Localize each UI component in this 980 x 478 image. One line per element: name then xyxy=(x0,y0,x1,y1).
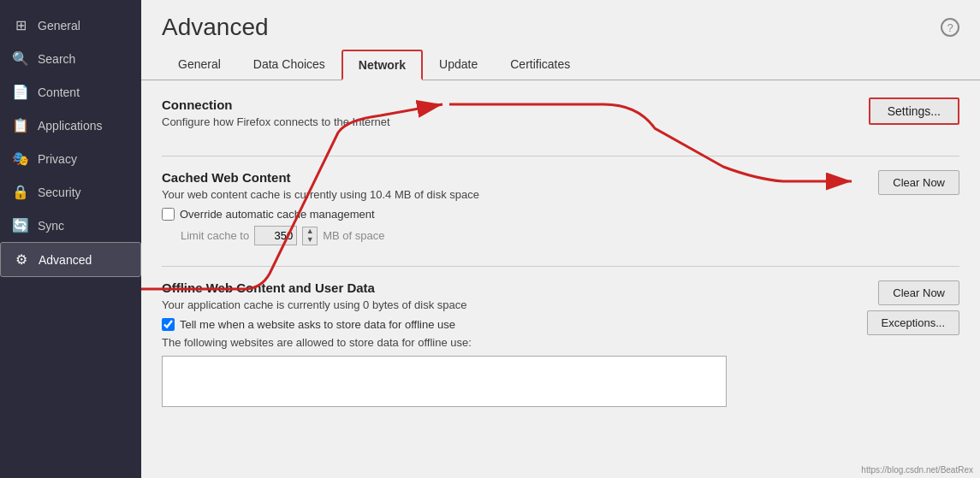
sidebar-label-security: Security xyxy=(38,186,81,199)
limit-unit: MB of space xyxy=(323,229,384,242)
sidebar-item-content[interactable]: 📄 Content xyxy=(0,75,141,109)
privacy-icon: 🎭 xyxy=(12,150,29,167)
cache-limit-row: Limit cache to ▲ ▼ MB of space xyxy=(181,226,878,245)
offline-section: Offline Web Content and User Data Your a… xyxy=(162,280,959,407)
clear-offline-button[interactable]: Clear Now xyxy=(878,280,959,305)
connection-left: Connection Configure how Firefox connect… xyxy=(162,97,869,135)
content-icon: 📄 xyxy=(12,84,29,100)
cached-content-row: Cached Web Content Your web content cach… xyxy=(162,170,959,245)
tell-me-checkbox[interactable] xyxy=(162,318,175,331)
security-icon: 🔒 xyxy=(12,184,29,200)
spinner-down[interactable]: ▼ xyxy=(303,236,317,245)
offline-left: Offline Web Content and User Data Your a… xyxy=(162,280,867,407)
watermark: https://blog.csdn.net/BeatRex xyxy=(861,465,973,475)
sidebar-item-sync[interactable]: 🔄 Sync xyxy=(0,209,141,242)
override-cache-label: Override automatic cache management xyxy=(180,208,375,221)
sidebar-label-sync: Sync xyxy=(38,219,64,233)
sidebar-item-applications[interactable]: 📋 Applications xyxy=(0,109,141,142)
sidebar-item-privacy[interactable]: 🎭 Privacy xyxy=(0,142,141,175)
tab-content: Connection Configure how Firefox connect… xyxy=(141,80,980,478)
sidebar: ⊞ General 🔍 Search 📄 Content 📋 Applicati… xyxy=(0,0,141,478)
sidebar-item-search[interactable]: 🔍 Search xyxy=(0,42,141,75)
website-list xyxy=(162,356,727,407)
tab-certificates[interactable]: Certificates xyxy=(494,50,586,80)
cache-limit-spinner: ▲ ▼ xyxy=(302,227,318,245)
sidebar-item-general[interactable]: ⊞ General xyxy=(0,9,141,42)
applications-icon: 📋 xyxy=(12,117,29,133)
cached-content-section: Cached Web Content Your web content cach… xyxy=(162,170,959,245)
override-cache-checkbox[interactable] xyxy=(162,208,175,221)
advanced-icon: ⚙ xyxy=(13,251,30,268)
tabs-bar: General Data Choices Network Update Cert… xyxy=(141,41,980,80)
offline-desc: Your application cache is currently usin… xyxy=(162,298,867,311)
sidebar-label-privacy: Privacy xyxy=(38,152,77,166)
connection-title: Connection xyxy=(162,97,869,112)
offline-title: Offline Web Content and User Data xyxy=(162,280,867,295)
main-header: Advanced ? xyxy=(141,0,980,41)
clear-cache-button[interactable]: Clear Now xyxy=(878,170,959,195)
tab-network[interactable]: Network xyxy=(342,50,423,80)
tell-me-row: Tell me when a website asks to store dat… xyxy=(162,318,867,331)
sync-icon: 🔄 xyxy=(12,217,29,233)
offline-row: Offline Web Content and User Data Your a… xyxy=(162,280,959,407)
override-cache-row: Override automatic cache management xyxy=(162,208,878,221)
help-icon[interactable]: ? xyxy=(941,18,959,37)
tab-update[interactable]: Update xyxy=(423,50,494,80)
divider-1 xyxy=(162,156,959,156)
sidebar-item-advanced[interactable]: ⚙ Advanced xyxy=(0,242,141,277)
sidebar-label-advanced: Advanced xyxy=(39,253,92,267)
connection-row: Connection Configure how Firefox connect… xyxy=(162,97,959,135)
page-title: Advanced xyxy=(162,14,269,41)
limit-label: Limit cache to xyxy=(181,229,249,242)
cached-content-desc: Your web content cache is currently usin… xyxy=(162,188,878,201)
tab-data-choices[interactable]: Data Choices xyxy=(237,50,342,80)
tell-me-label: Tell me when a website asks to store dat… xyxy=(180,318,455,331)
tab-general[interactable]: General xyxy=(162,50,237,80)
connection-section: Connection Configure how Firefox connect… xyxy=(162,97,959,135)
spinner-up[interactable]: ▲ xyxy=(303,227,317,236)
offline-buttons: Clear Now Exceptions... xyxy=(867,280,959,335)
cache-limit-input[interactable] xyxy=(254,226,297,245)
cached-content-title: Cached Web Content xyxy=(162,170,878,185)
sidebar-label-applications: Applications xyxy=(38,119,103,133)
sidebar-label-search: Search xyxy=(38,52,75,66)
main-panel: Advanced ? General Data Choices Network … xyxy=(141,0,980,478)
cached-content-left: Cached Web Content Your web content cach… xyxy=(162,170,878,245)
sidebar-label-content: Content xyxy=(38,86,80,99)
exceptions-button[interactable]: Exceptions... xyxy=(867,310,959,335)
following-label: The following websites are allowed to st… xyxy=(162,336,867,349)
divider-2 xyxy=(162,266,959,267)
general-icon: ⊞ xyxy=(12,17,29,33)
sidebar-label-general: General xyxy=(38,19,80,32)
connection-desc: Configure how Firefox connects to the In… xyxy=(162,115,869,128)
settings-button[interactable]: Settings... xyxy=(869,97,959,125)
sidebar-item-security[interactable]: 🔒 Security xyxy=(0,175,141,209)
search-icon: 🔍 xyxy=(12,50,29,67)
